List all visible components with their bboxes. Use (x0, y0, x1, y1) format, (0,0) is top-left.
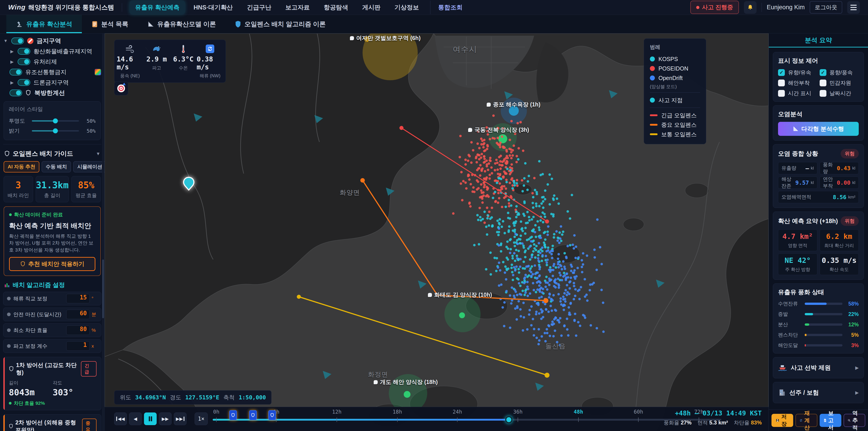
coordinate-readout: 위도34.6963°N 경도127.5159°E 축척1:50,000 (114, 390, 272, 405)
sensitive-zone-label[interactable]: 종포 해수욕장 (1h) (487, 101, 540, 108)
place-label: 여수시 (453, 44, 477, 55)
min-efficiency-input[interactable]: 80 (66, 326, 90, 335)
check-shoreline[interactable]: 해안부착 (778, 79, 817, 87)
fence-mode-chips: AI 자동 추천 수동 배치 시뮬레이션 초기화 (3, 161, 101, 173)
tab-diffusion-model-theory[interactable]: 유출유확산모델 이론 (138, 15, 225, 33)
save-button[interactable]: 저장 (772, 414, 793, 427)
tab-oilfence-algorithm-theory[interactable]: 오일펜스 배치 알고리즘 이론 (225, 15, 335, 33)
timeline-tick-0h[interactable]: 0h (213, 409, 219, 415)
skip-start-button[interactable]: ◀◀ (114, 412, 127, 425)
layer-row-dispersant: ▶ 유처리제 (3, 57, 101, 67)
brightness-slider[interactable] (32, 130, 79, 131)
incident-pin[interactable] (183, 177, 195, 190)
sensitive-zone-label[interactable]: 화태도 김 양식장 (10h) (428, 291, 492, 299)
layer-row-tanker-ban: 유조선통행금지 (3, 67, 101, 77)
ship-specs-section[interactable]: 사고 선박 제원 ▶ (773, 357, 864, 378)
timeline-tick-36h[interactable]: 36h (513, 409, 523, 415)
check-wind[interactable]: 풍향/풍속 (819, 69, 859, 76)
layer-style-swatch[interactable] (94, 69, 101, 75)
sensitive-zone-label[interactable]: 국동 전복 양식장 (3h) (468, 126, 529, 133)
tab-analysis-list[interactable]: 분석 목록 (82, 15, 138, 33)
recenter-incident-button[interactable] (114, 81, 128, 95)
app-title: 해양환경 위기대응 통합시스템 (28, 3, 114, 12)
notifications-button[interactable] (744, 1, 756, 14)
incident-active-badge[interactable]: 사고 진행중 (690, 1, 739, 14)
oilfence-guide-header[interactable]: 오일펜스 배치 가이드 ▼ (3, 149, 101, 161)
brightness-slider-row: 밝기 50% (9, 126, 96, 136)
sidebar-scrollbar[interactable] (102, 33, 104, 431)
stat-avg-efficiency: 85% 평균 효율 (71, 176, 101, 202)
timeline-slider-knob[interactable] (505, 416, 513, 423)
map-legend: 범례 KOSPS POSEIDON OpenDrift (앙상블 모드) 사고 … (644, 38, 706, 144)
timeline-tick-48h[interactable]: 48h (574, 409, 583, 415)
fence-deploy-marker[interactable] (268, 410, 276, 420)
fence-deploy-marker[interactable] (249, 410, 257, 420)
apply-recommendation-button[interactable]: 추천 배치안 적용하기 (9, 257, 95, 271)
map-canvas[interactable]: 여수시무무리화양면화정면돌산읍여자만 갯벌보호구역 (6h)종포 해수욕장 (1… (105, 33, 769, 431)
sea-remaining: 해상잔존9.57kl (778, 177, 817, 189)
layer-toggle[interactable] (11, 37, 24, 44)
layer-toggle[interactable] (18, 48, 30, 55)
mode-manual[interactable]: 수동 배치 (41, 161, 71, 173)
layer-toggle[interactable] (18, 79, 30, 86)
menu-toggle-button[interactable] (847, 1, 860, 14)
current-orthogonal-input[interactable]: 15 (66, 294, 90, 303)
timeline-tick-18h[interactable]: 18h (393, 409, 402, 415)
menu-rescue[interactable]: 긴급구난 (241, 1, 277, 14)
opacity-slider[interactable] (32, 120, 79, 122)
user-name: Eunjeong Kim (767, 4, 805, 11)
skip-end-button[interactable]: ▶▶ (174, 412, 186, 425)
step-back-button[interactable]: ◀ (129, 412, 142, 425)
safety-margin-input[interactable]: 60 (66, 310, 90, 319)
layer-toggle[interactable] (9, 69, 22, 75)
fence-deploy-marker[interactable] (229, 410, 237, 420)
layer-toggle[interactable] (18, 58, 30, 65)
caret-right-icon[interactable]: ▶ (9, 49, 14, 54)
check-datetime[interactable]: 날짜시간 (819, 90, 859, 97)
check-current[interactable]: 유향/유속 (778, 69, 817, 76)
menu-integrated-search[interactable]: 통합조회 (430, 1, 468, 14)
caret-right-icon[interactable]: ▶ (9, 80, 14, 85)
layer-style-panel: 레이어 스타일 투명도 50% 밝기 50% (4, 101, 101, 140)
logout-button[interactable]: 로그아웃 (810, 1, 842, 13)
layer-toggle[interactable] (9, 90, 22, 96)
sensitive-zone-label[interactable]: 개도 해안 양식장 (18h) (374, 378, 438, 386)
defense-line-card-1[interactable]: 1차 방어선 (고강도 차단형) 긴급 길이8043m 각도303° 차단 효율… (3, 357, 101, 410)
layer-row-sox-zone: ▶ 황산화물배출규제지역 (3, 46, 101, 57)
caret-down-icon[interactable]: ▼ (3, 38, 8, 43)
menu-hns[interactable]: HNS·대기확산 (188, 1, 238, 14)
bar-chart-icon (4, 282, 10, 288)
defense-line-card-2[interactable]: 2차 방어선 (외해용 중형 포위망) 중요 길이11180m 각도303° 차… (3, 414, 101, 431)
mode-ai-recommend[interactable]: AI 자동 추천 (4, 161, 39, 173)
tab-diffusion-analysis[interactable]: 유출유 확산분석 (6, 15, 82, 33)
timeline-tick-24h[interactable]: 24h (453, 409, 462, 415)
checkbox-icon (819, 80, 827, 86)
mode-simulation[interactable]: 시뮬레이션 (73, 161, 106, 173)
backtrack-button[interactable]: 역추적 (844, 414, 865, 427)
caret-right-icon[interactable]: ▶ (9, 59, 14, 64)
pause-button[interactable] (144, 412, 157, 425)
polygon-analysis-button[interactable]: 다각형 분석수행 (778, 122, 859, 136)
menu-oil-spill-forecast[interactable]: 유출유 확산예측 (130, 1, 185, 14)
legend-fence-urgent: 긴급 오일펜스 (650, 111, 700, 120)
sensitive-zone-label[interactable]: 여자만 갯벌보호구역 (6h) (350, 34, 421, 42)
menu-board[interactable]: 게시판 (357, 1, 386, 14)
pollution-analysis-card: 오염분석 다각형 분석수행 (773, 105, 864, 141)
place-label: 화양면 (340, 188, 360, 197)
water-temperature: 6.3°C 수온 (170, 44, 197, 79)
zone-marker-icon (468, 128, 472, 132)
menu-weather[interactable]: 기상정보 (389, 1, 424, 14)
playback-speed-button[interactable]: 1× (195, 412, 208, 425)
wave-coefficient-input[interactable]: 1 (66, 341, 90, 351)
sidebar-scrollbar-thumb[interactable] (102, 259, 104, 318)
check-sensitive[interactable]: 민감자원 (819, 79, 859, 87)
owner-insurance-section[interactable]: 선주 / 보험 ▶ (773, 382, 864, 403)
fast-forward-button[interactable]: ▶▶ (159, 412, 172, 425)
menu-reports[interactable]: 보고자료 (280, 1, 315, 14)
report-button[interactable]: 보고서 (819, 414, 841, 427)
timeline-tick-12h[interactable]: 12h (332, 409, 342, 415)
menu-aerial-search[interactable]: 항공탐색 (318, 1, 353, 14)
timeline-tick-60h[interactable]: 60h (633, 409, 643, 415)
check-time[interactable]: 시간 표시 (778, 90, 817, 97)
recalculate-button[interactable]: 재계산 (796, 414, 817, 427)
